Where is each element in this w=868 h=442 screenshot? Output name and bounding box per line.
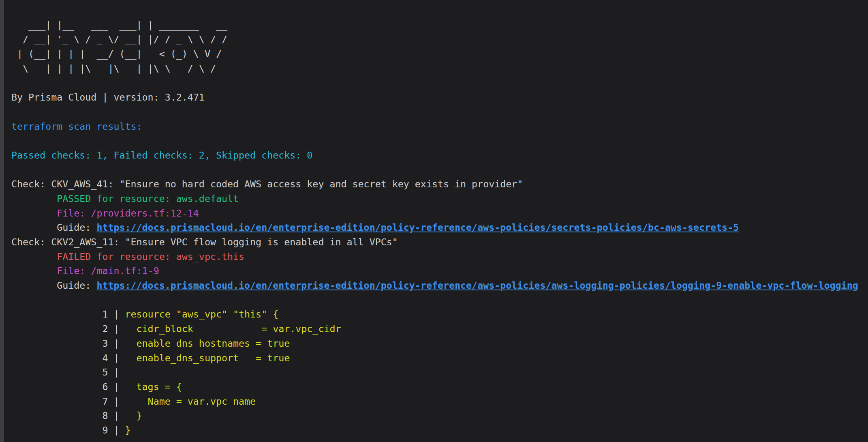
code-line-number: 7 <box>102 396 108 407</box>
code-text: } <box>125 410 142 421</box>
blank-line <box>11 75 868 90</box>
guide-label: Guide: <box>57 222 96 233</box>
blank-line <box>11 293 868 307</box>
code-line-number: 5 <box>102 367 108 378</box>
code-line-separator: | <box>108 425 125 436</box>
check-title: Check: CKV2_AWS_11: "Ensure VPC flow log… <box>11 235 868 249</box>
code-line: 2 | cidr_block = var.vpc_cidr <box>11 322 868 336</box>
check-status-failed: FAILED for resource: aws_vpc.this <box>11 249 868 264</box>
code-line-separator: | <box>108 396 125 407</box>
code-line-separator: | <box>108 338 125 349</box>
code-text: enable_dns_support = true <box>125 352 290 363</box>
ascii-logo-line: | (__| | | | __/ (__| < (_) \ V / <box>11 47 868 61</box>
terminal-output: _ _ ___| |__ ___ ___| | _______ __ / __|… <box>4 0 868 442</box>
code-line-separator: | <box>108 309 125 320</box>
scrollbar-track[interactable] <box>0 0 4 442</box>
code-text: } <box>125 425 131 436</box>
check-status-passed: PASSED for resource: aws.default <box>11 191 868 206</box>
code-line-number: 8 <box>102 410 108 421</box>
ascii-logo-line: _ _ <box>11 3 868 18</box>
code-line-number: 9 <box>102 425 108 436</box>
check-title: Check: CKV_AWS_41: "Ensure no hard coded… <box>11 177 868 191</box>
checks-summary: Passed checks: 1, Failed checks: 2, Skip… <box>11 148 868 163</box>
version-byline: By Prisma Cloud | version: 3.2.471 <box>11 90 868 105</box>
blank-line <box>11 133 868 148</box>
code-line-separator: | <box>108 381 125 392</box>
guide-link[interactable]: https://docs.prismacloud.io/en/enterpris… <box>96 222 739 233</box>
blank-line <box>11 163 868 177</box>
code-text: enable_dns_hostnames = true <box>125 338 290 349</box>
check-guide-line: Guide: https://docs.prismacloud.io/en/en… <box>11 220 868 235</box>
code-line-separator: | <box>108 367 125 378</box>
code-line: 6 | tags = { <box>11 380 868 394</box>
code-text: tags = { <box>125 381 182 392</box>
scan-results-header: terraform scan results: <box>11 119 868 134</box>
code-line-number: 4 <box>102 352 108 363</box>
code-line: 7 | Name = var.vpc_name <box>11 394 868 409</box>
blank-line <box>11 105 868 119</box>
code-line-number: 3 <box>102 338 108 349</box>
guide-label: Guide: <box>57 280 96 291</box>
ascii-logo-line: ___| |__ ___ ___| | _______ __ <box>11 18 868 32</box>
code-line-number: 1 <box>102 309 108 320</box>
code-line: 3 | enable_dns_hostnames = true <box>11 336 868 351</box>
code-line: 1 | resource "aws_vpc" "this" { <box>11 307 868 322</box>
code-text: Name = var.vpc_name <box>125 396 256 407</box>
code-text: resource "aws_vpc" "this" { <box>125 309 279 320</box>
terminal-window: _ _ ___| |__ ___ ___| | _______ __ / __|… <box>0 0 868 442</box>
check-file-path: File: /main.tf:1-9 <box>11 264 868 278</box>
check-file-path: File: /providers.tf:12-14 <box>11 206 868 221</box>
ascii-logo-line: \___|_| |_|\___|\___|_|\_\___/ \_/ <box>11 61 868 76</box>
ascii-logo-line: / __| '_ \ / _ \/ __| |/ / _ \ \ / / <box>11 32 868 47</box>
code-line-separator: | <box>108 323 125 334</box>
code-line: 9 | } <box>11 423 868 438</box>
code-line-number: 2 <box>102 323 108 334</box>
guide-link[interactable]: https://docs.prismacloud.io/en/enterpris… <box>96 280 858 291</box>
code-line-separator: | <box>108 410 125 421</box>
code-line-number: 6 <box>102 381 108 392</box>
code-line: 8 | } <box>11 408 868 423</box>
code-line-separator: | <box>108 352 125 363</box>
check-guide-line: Guide: https://docs.prismacloud.io/en/en… <box>11 278 868 293</box>
code-line: 4 | enable_dns_support = true <box>11 351 868 365</box>
code-text: cidr_block = var.vpc_cidr <box>125 323 341 334</box>
code-line: 5 | <box>11 365 868 380</box>
